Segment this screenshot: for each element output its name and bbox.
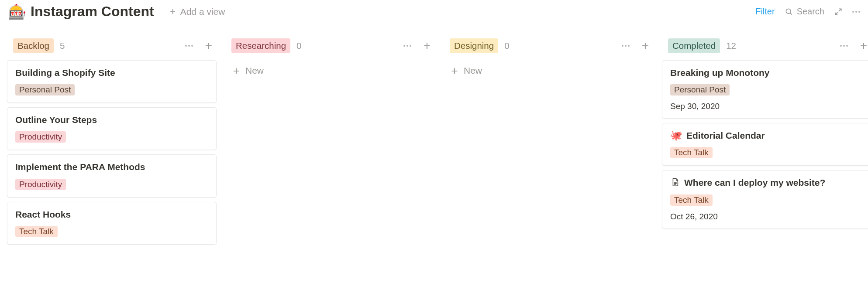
column-header: Designing0+ bbox=[444, 38, 653, 60]
card-tag-row: Productivity bbox=[15, 131, 208, 143]
card-title-row: 🐙Editorial Calendar bbox=[670, 130, 863, 142]
plus-icon: + bbox=[860, 40, 867, 52]
column-menu-button[interactable] bbox=[403, 45, 411, 47]
expand-button[interactable] bbox=[834, 7, 843, 16]
plus-icon: + bbox=[232, 67, 240, 75]
column-header: Researching0+ bbox=[225, 38, 435, 60]
new-card-label: New bbox=[464, 65, 482, 76]
expand-icon bbox=[834, 7, 843, 16]
svg-point-0 bbox=[786, 9, 791, 14]
new-card-label: New bbox=[245, 65, 264, 76]
card-tag: Personal Post bbox=[670, 84, 730, 95]
plus-icon: + bbox=[205, 40, 212, 52]
card-emoji-icon: 🐙 bbox=[670, 130, 682, 141]
top-bar: 🎰 Instagram Content + Add a view Filter … bbox=[0, 0, 868, 26]
card-date: Sep 30, 2020 bbox=[670, 102, 863, 111]
column-header: Completed12+ bbox=[662, 38, 868, 60]
filter-button[interactable]: Filter bbox=[755, 7, 775, 17]
column-count: 0 bbox=[504, 41, 509, 51]
column-name-tag[interactable]: Researching bbox=[231, 38, 290, 53]
card-title: Outline Your Steps bbox=[15, 114, 97, 126]
board-card[interactable]: Implement the PARA MethodsProductivity bbox=[7, 154, 217, 197]
card-tag: Tech Talk bbox=[670, 194, 713, 206]
card-tag-row: Tech Talk bbox=[670, 147, 863, 158]
card-title: Implement the PARA Methods bbox=[15, 161, 145, 173]
column-header: Backlog5+ bbox=[7, 38, 217, 60]
column-add-button[interactable]: + bbox=[642, 40, 649, 52]
add-view-button[interactable]: + Add a view bbox=[169, 7, 225, 17]
plus-icon: + bbox=[642, 40, 649, 52]
card-tag-row: Tech Talk bbox=[670, 194, 863, 206]
column-add-button[interactable]: + bbox=[860, 40, 867, 52]
card-date: Oct 26, 2020 bbox=[670, 212, 863, 222]
card-tag: Tech Talk bbox=[670, 147, 713, 158]
dots-horizontal-icon bbox=[622, 45, 630, 47]
page-emoji-icon[interactable]: 🎰 bbox=[8, 4, 26, 19]
svg-line-1 bbox=[790, 13, 792, 14]
card-title: React Hooks bbox=[15, 208, 71, 221]
dots-horizontal-icon bbox=[403, 45, 411, 47]
card-tag: Productivity bbox=[15, 131, 66, 143]
column-count: 5 bbox=[60, 41, 65, 51]
board-card[interactable]: Outline Your StepsProductivity bbox=[7, 107, 217, 150]
card-tag-row: Tech Talk bbox=[15, 226, 208, 237]
board-card[interactable]: 🐙Editorial CalendarTech Talk bbox=[662, 123, 868, 166]
page-title[interactable]: Instagram Content bbox=[31, 3, 154, 20]
card-tag: Tech Talk bbox=[15, 226, 58, 237]
card-tag-row: Personal Post bbox=[670, 84, 863, 95]
board-column: Completed12+Breaking up MonotonyPersonal… bbox=[662, 38, 868, 233]
column-add-button[interactable]: + bbox=[424, 40, 431, 52]
board-column: Researching0++New bbox=[225, 38, 435, 81]
page-icon bbox=[670, 177, 680, 189]
column-count: 0 bbox=[296, 41, 301, 51]
board-column: Backlog5+Building a Shopify SitePersonal… bbox=[7, 38, 217, 249]
card-tag-row: Productivity bbox=[15, 179, 208, 190]
column-menu-button[interactable] bbox=[840, 45, 848, 47]
top-actions: Filter Search bbox=[755, 7, 860, 17]
board-card[interactable]: React HooksTech Talk bbox=[7, 202, 217, 245]
board-card[interactable]: Breaking up MonotonyPersonal PostSep 30,… bbox=[662, 60, 868, 119]
new-card-button[interactable]: +New bbox=[225, 60, 435, 81]
kanban-board: Backlog5+Building a Shopify SitePersonal… bbox=[0, 26, 868, 249]
new-card-button[interactable]: +New bbox=[444, 60, 653, 81]
board-column: Designing0++New bbox=[444, 38, 653, 81]
search-button[interactable]: Search bbox=[785, 7, 824, 17]
column-menu-button[interactable] bbox=[622, 45, 630, 47]
plus-icon: + bbox=[451, 67, 458, 75]
card-title-row: Outline Your Steps bbox=[15, 114, 208, 126]
card-title: Where can I deploy my website? bbox=[684, 177, 825, 189]
column-menu-button[interactable] bbox=[185, 45, 193, 47]
more-button[interactable] bbox=[852, 11, 860, 13]
dots-horizontal-icon bbox=[840, 45, 848, 47]
dots-horizontal-icon bbox=[185, 45, 193, 47]
column-name-tag[interactable]: Completed bbox=[668, 38, 720, 53]
card-title: Building a Shopify Site bbox=[15, 67, 115, 79]
card-title-row: Where can I deploy my website? bbox=[670, 177, 863, 189]
search-icon bbox=[785, 7, 793, 16]
board-card[interactable]: Building a Shopify SitePersonal Post bbox=[7, 60, 217, 103]
plus-icon: + bbox=[169, 8, 177, 16]
card-title: Breaking up Monotony bbox=[670, 67, 770, 79]
plus-icon: + bbox=[424, 40, 431, 52]
card-tag: Personal Post bbox=[15, 84, 75, 95]
column-count: 12 bbox=[726, 41, 736, 51]
column-add-button[interactable]: + bbox=[205, 40, 212, 52]
title-wrap: 🎰 Instagram Content bbox=[8, 3, 154, 20]
search-label: Search bbox=[797, 7, 824, 17]
card-title-row: Implement the PARA Methods bbox=[15, 161, 208, 173]
card-title-row: Building a Shopify Site bbox=[15, 67, 208, 79]
add-view-label: Add a view bbox=[180, 7, 225, 17]
column-name-tag[interactable]: Backlog bbox=[13, 38, 54, 53]
card-tag-row: Personal Post bbox=[15, 84, 208, 95]
card-title-row: Breaking up Monotony bbox=[670, 67, 863, 79]
card-title-row: React Hooks bbox=[15, 208, 208, 221]
dots-horizontal-icon bbox=[852, 11, 860, 13]
board-card[interactable]: Where can I deploy my website?Tech TalkO… bbox=[662, 170, 868, 228]
card-title: Editorial Calendar bbox=[686, 130, 765, 142]
card-tag: Productivity bbox=[15, 179, 66, 190]
column-name-tag[interactable]: Designing bbox=[450, 38, 498, 53]
